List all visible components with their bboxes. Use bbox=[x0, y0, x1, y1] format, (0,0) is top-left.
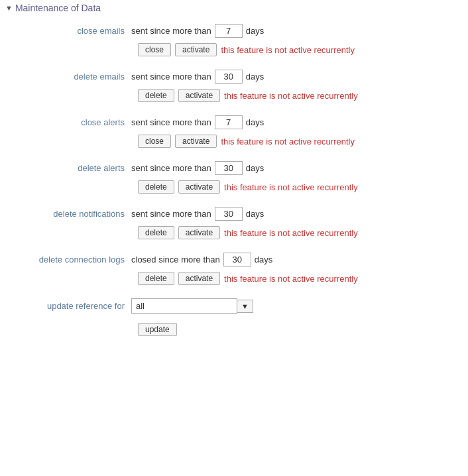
status-delete-alerts: this feature is not active recurrently bbox=[224, 182, 358, 192]
row-group-delete-notifications: delete notificationssent since more than… bbox=[5, 207, 463, 242]
section-header[interactable]: ▼ Maintenance of Data bbox=[5, 3, 463, 13]
days-input-delete-notifications[interactable] bbox=[215, 207, 243, 221]
btn2-delete-connection-logs[interactable]: activate bbox=[178, 272, 220, 285]
desc-prefix-delete-alerts: sent since more than bbox=[131, 163, 211, 173]
btn2-close-emails[interactable]: activate bbox=[175, 43, 217, 56]
days-input-delete-alerts[interactable] bbox=[215, 161, 243, 175]
maintenance-rows: close emailssent since more than daysclo… bbox=[5, 24, 463, 288]
days-input-close-emails[interactable] bbox=[215, 24, 243, 38]
collapse-arrow-icon: ▼ bbox=[5, 4, 13, 12]
btn1-delete-connection-logs[interactable]: delete bbox=[138, 272, 174, 285]
desc-prefix-delete-connection-logs: closed since more than bbox=[131, 255, 220, 265]
days-input-delete-connection-logs[interactable] bbox=[223, 253, 251, 267]
btn1-delete-notifications[interactable]: delete bbox=[138, 226, 174, 239]
update-ref-label: update reference for bbox=[5, 301, 131, 311]
btn-row-delete-emails: deleteactivatethis feature is not active… bbox=[138, 89, 463, 102]
status-close-alerts: this feature is not active recurrently bbox=[221, 137, 355, 147]
btn-row-close-emails: closeactivatethis feature is not active … bbox=[138, 43, 463, 56]
desc-suffix-close-alerts: days bbox=[246, 117, 264, 127]
row-group-close-alerts: close alertssent since more than daysclo… bbox=[5, 115, 463, 150]
row-line-delete-alerts: delete alertssent since more than days bbox=[5, 161, 463, 175]
desc-suffix-close-emails: days bbox=[246, 26, 264, 36]
btn1-delete-alerts[interactable]: delete bbox=[138, 180, 174, 194]
row-line-delete-notifications: delete notificationssent since more than… bbox=[5, 207, 463, 221]
label-close-emails: close emails bbox=[5, 26, 131, 36]
desc-suffix-delete-connection-logs: days bbox=[255, 255, 272, 265]
desc-suffix-delete-notifications: days bbox=[246, 209, 264, 219]
update-ref-dropdown-wrap: allemailsalertsnotifications ▼ bbox=[131, 298, 253, 314]
section-title: Maintenance of Data bbox=[15, 3, 101, 13]
row-line-close-alerts: close alertssent since more than days bbox=[5, 115, 463, 129]
label-close-alerts: close alerts bbox=[5, 117, 131, 127]
row-line-close-emails: close emailssent since more than days bbox=[5, 24, 463, 38]
btn1-delete-emails[interactable]: delete bbox=[138, 89, 174, 102]
btn1-close-alerts[interactable]: close bbox=[138, 135, 171, 148]
days-input-delete-emails[interactable] bbox=[215, 70, 243, 84]
label-delete-alerts: delete alerts bbox=[5, 163, 131, 173]
update-reference-group: update reference for allemailsalertsnoti… bbox=[5, 298, 463, 336]
label-delete-notifications: delete notifications bbox=[5, 209, 131, 219]
row-group-delete-emails: delete emailssent since more than daysde… bbox=[5, 70, 463, 105]
row-group-close-emails: close emailssent since more than daysclo… bbox=[5, 24, 463, 59]
btn1-close-emails[interactable]: close bbox=[138, 43, 171, 56]
desc-suffix-delete-emails: days bbox=[246, 72, 264, 82]
update-button[interactable]: update bbox=[138, 323, 177, 336]
update-ref-dropdown-arrow-btn[interactable]: ▼ bbox=[237, 300, 253, 313]
btn-row-delete-alerts: deleteactivatethis feature is not active… bbox=[138, 180, 463, 194]
btn-row-close-alerts: closeactivatethis feature is not active … bbox=[138, 135, 463, 148]
desc-prefix-delete-notifications: sent since more than bbox=[131, 209, 211, 219]
btn2-delete-notifications[interactable]: activate bbox=[178, 226, 220, 239]
status-delete-emails: this feature is not active recurrently bbox=[224, 91, 358, 101]
btn2-delete-alerts[interactable]: activate bbox=[178, 180, 220, 194]
btn-row-delete-notifications: deleteactivatethis feature is not active… bbox=[138, 226, 463, 239]
desc-prefix-delete-emails: sent since more than bbox=[131, 72, 211, 82]
label-delete-connection-logs: delete connection logs bbox=[5, 255, 131, 265]
btn-row-delete-connection-logs: deleteactivatethis feature is not active… bbox=[138, 272, 463, 285]
desc-prefix-close-alerts: sent since more than bbox=[131, 117, 211, 127]
update-ref-select[interactable]: allemailsalertsnotifications bbox=[131, 298, 237, 314]
row-group-delete-connection-logs: delete connection logsclosed since more … bbox=[5, 253, 463, 288]
desc-prefix-close-emails: sent since more than bbox=[131, 26, 211, 36]
desc-suffix-delete-alerts: days bbox=[246, 163, 264, 173]
status-delete-notifications: this feature is not active recurrently bbox=[224, 228, 358, 238]
row-group-delete-alerts: delete alertssent since more than daysde… bbox=[5, 161, 463, 196]
btn2-close-alerts[interactable]: activate bbox=[175, 135, 217, 148]
btn2-delete-emails[interactable]: activate bbox=[178, 89, 220, 102]
row-line-delete-connection-logs: delete connection logsclosed since more … bbox=[5, 253, 463, 267]
row-line-delete-emails: delete emailssent since more than days bbox=[5, 70, 463, 84]
status-delete-connection-logs: this feature is not active recurrently bbox=[224, 274, 358, 284]
label-delete-emails: delete emails bbox=[5, 72, 131, 82]
status-close-emails: this feature is not active recurrently bbox=[221, 45, 355, 55]
days-input-close-alerts[interactable] bbox=[215, 115, 243, 129]
